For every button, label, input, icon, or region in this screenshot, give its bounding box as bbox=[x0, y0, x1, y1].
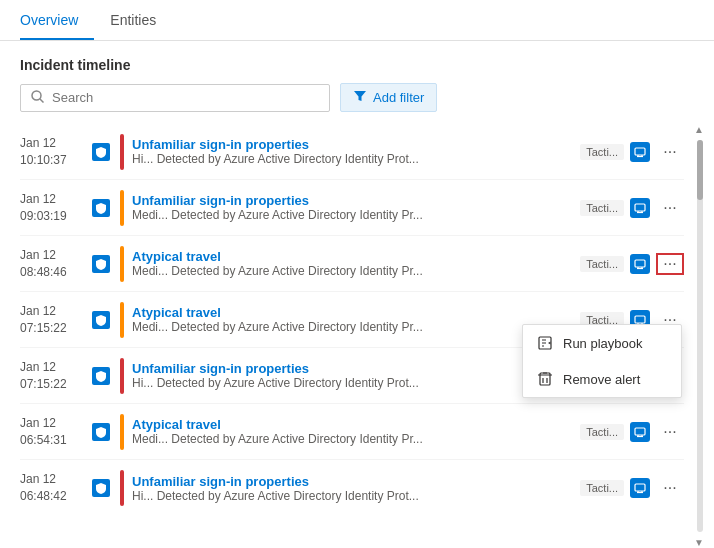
item-date: Jan 12 06:54:31 bbox=[20, 415, 90, 449]
item-tag: Tacti... bbox=[580, 480, 624, 496]
svg-rect-4 bbox=[635, 260, 645, 267]
svg-line-1 bbox=[40, 99, 44, 103]
shield-icon-wrap bbox=[90, 423, 112, 441]
more-button[interactable]: ··· bbox=[656, 143, 684, 161]
search-icon bbox=[31, 90, 44, 106]
shield-icon bbox=[92, 143, 110, 161]
item-title[interactable]: Unfamiliar sign-in properties bbox=[132, 474, 574, 489]
alert-icon-wrap bbox=[628, 254, 652, 274]
alert-icon-wrap bbox=[628, 422, 652, 442]
item-tag: Tacti... bbox=[580, 256, 624, 272]
alert-icon-wrap bbox=[628, 198, 652, 218]
item-subtitle: Hi... Detected by Azure Active Directory… bbox=[132, 376, 574, 390]
remove-icon bbox=[537, 371, 553, 387]
run-playbook-menu-item[interactable]: Run playbook bbox=[523, 325, 681, 361]
section-title: Incident timeline bbox=[0, 41, 714, 83]
shield-icon-wrap bbox=[90, 479, 112, 497]
scroll-down-arrow[interactable]: ▼ bbox=[694, 537, 704, 548]
svg-rect-7 bbox=[635, 428, 645, 435]
item-content: Unfamiliar sign-in properties Hi... Dete… bbox=[132, 474, 574, 503]
shield-icon bbox=[92, 311, 110, 329]
item-title[interactable]: Atypical travel bbox=[132, 417, 574, 432]
alert-badge bbox=[630, 142, 650, 162]
item-date: Jan 12 08:48:46 bbox=[20, 247, 90, 281]
more-button[interactable]: ··· bbox=[656, 423, 684, 441]
scrollbar[interactable]: ▲ ▼ bbox=[696, 124, 704, 548]
shield-icon bbox=[92, 255, 110, 273]
shield-icon bbox=[92, 367, 110, 385]
item-content: Atypical travel Medi... Detected by Azur… bbox=[132, 249, 574, 278]
scrollbar-thumb[interactable] bbox=[697, 140, 703, 200]
more-button-active[interactable]: ··· bbox=[656, 253, 684, 275]
item-date: Jan 12 09:03:19 bbox=[20, 191, 90, 225]
shield-icon-wrap bbox=[90, 143, 112, 161]
item-date: Jan 12 10:10:37 bbox=[20, 135, 90, 169]
item-tag: Tacti... bbox=[580, 144, 624, 160]
scroll-up-arrow[interactable]: ▲ bbox=[694, 124, 704, 135]
alert-badge bbox=[630, 198, 650, 218]
add-filter-label: Add filter bbox=[373, 90, 424, 105]
item-date: Jan 12 07:15:22 bbox=[20, 303, 90, 337]
add-filter-button[interactable]: Add filter bbox=[340, 83, 437, 112]
shield-icon-wrap bbox=[90, 311, 112, 329]
item-tag: Tacti... bbox=[580, 200, 624, 216]
more-button[interactable]: ··· bbox=[656, 199, 684, 217]
main-container: Overview Entities Incident timeline Add … bbox=[0, 0, 714, 548]
shield-icon-wrap bbox=[90, 199, 112, 217]
item-content: Atypical travel Medi... Detected by Azur… bbox=[132, 417, 574, 446]
shield-icon-wrap bbox=[90, 367, 112, 385]
item-title[interactable]: Unfamiliar sign-in properties bbox=[132, 193, 574, 208]
run-playbook-label: Run playbook bbox=[563, 336, 643, 351]
severity-bar bbox=[120, 302, 124, 338]
item-title[interactable]: Unfamiliar sign-in properties bbox=[132, 361, 574, 376]
severity-bar bbox=[120, 190, 124, 226]
svg-rect-3 bbox=[635, 204, 645, 211]
item-content: Atypical travel Medi... Detected by Azur… bbox=[132, 305, 574, 334]
scrollbar-track bbox=[697, 140, 703, 532]
item-title[interactable]: Atypical travel bbox=[132, 305, 574, 320]
item-subtitle: Medi... Detected by Azure Active Directo… bbox=[132, 432, 574, 446]
item-date: Jan 12 06:48:42 bbox=[20, 471, 90, 505]
svg-rect-8 bbox=[635, 484, 645, 491]
severity-bar bbox=[120, 246, 124, 282]
item-title[interactable]: Atypical travel bbox=[132, 249, 574, 264]
tab-entities[interactable]: Entities bbox=[110, 0, 172, 40]
remove-alert-menu-item[interactable]: Remove alert bbox=[523, 361, 681, 397]
alert-badge bbox=[630, 478, 650, 498]
search-bar-area: Add filter bbox=[0, 83, 714, 124]
svg-rect-2 bbox=[635, 148, 645, 155]
search-box[interactable] bbox=[20, 84, 330, 112]
filter-icon bbox=[353, 89, 367, 106]
tab-bar: Overview Entities bbox=[0, 0, 714, 41]
timeline-area: Jan 12 10:10:37 Unfamiliar sign-in prope… bbox=[0, 124, 714, 548]
item-content: Unfamiliar sign-in properties Hi... Dete… bbox=[132, 137, 574, 166]
shield-icon bbox=[92, 479, 110, 497]
context-menu: Run playbook Remove alert bbox=[522, 324, 682, 398]
more-button[interactable]: ··· bbox=[656, 479, 684, 497]
item-subtitle: Medi... Detected by Azure Active Directo… bbox=[132, 208, 574, 222]
item-content: Unfamiliar sign-in properties Medi... De… bbox=[132, 193, 574, 222]
item-subtitle: Medi... Detected by Azure Active Directo… bbox=[132, 320, 574, 334]
remove-alert-label: Remove alert bbox=[563, 372, 640, 387]
list-item: Jan 12 08:48:46 Atypical travel Medi... … bbox=[20, 236, 684, 292]
item-date: Jan 12 07:15:22 bbox=[20, 359, 90, 393]
shield-icon bbox=[92, 423, 110, 441]
alert-icon-wrap bbox=[628, 478, 652, 498]
playbook-icon bbox=[537, 335, 553, 351]
list-item: Jan 12 06:48:42 Unfamiliar sign-in prope… bbox=[20, 460, 684, 516]
alert-badge bbox=[630, 254, 650, 274]
alert-badge bbox=[630, 422, 650, 442]
svg-point-0 bbox=[32, 91, 41, 100]
search-input[interactable] bbox=[52, 90, 319, 105]
list-item: Jan 12 06:54:31 Atypical travel Medi... … bbox=[20, 404, 684, 460]
severity-bar bbox=[120, 358, 124, 394]
shield-icon-wrap bbox=[90, 255, 112, 273]
alert-icon-wrap bbox=[628, 142, 652, 162]
tab-overview[interactable]: Overview bbox=[20, 0, 94, 40]
list-item: Jan 12 10:10:37 Unfamiliar sign-in prope… bbox=[20, 124, 684, 180]
shield-icon bbox=[92, 199, 110, 217]
list-item: Jan 12 09:03:19 Unfamiliar sign-in prope… bbox=[20, 180, 684, 236]
item-content: Unfamiliar sign-in properties Hi... Dete… bbox=[132, 361, 574, 390]
item-title[interactable]: Unfamiliar sign-in properties bbox=[132, 137, 574, 152]
svg-rect-5 bbox=[635, 316, 645, 323]
